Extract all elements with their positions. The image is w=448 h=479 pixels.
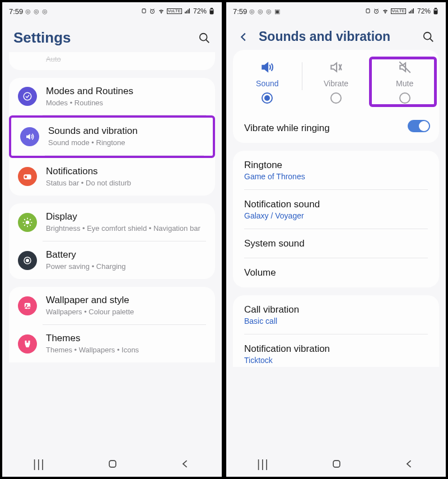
settings-title: Themes [46,333,206,344]
battery-text: 72% [193,7,207,15]
sound-on-icon [260,60,274,75]
alarm-icon [365,8,371,15]
settings-sub: Power saving • Charging [46,262,206,272]
svg-rect-45 [333,461,340,467]
vibrate-while-ringing[interactable]: Vibrate while ringing [233,109,439,143]
settings-row-cut[interactable]: Auto [9,52,215,70]
settings-row-notifications[interactable]: Notifications Status bar • Do not distur… [9,158,215,196]
row-system-sound[interactable]: System sound [233,229,439,258]
svg-rect-4 [185,12,186,13]
signal-icon [184,8,192,15]
row-ringtone[interactable]: Ringtone Game of Thrones [233,151,439,190]
radio-vibrate[interactable] [330,92,342,104]
header: Settings [2,20,222,52]
row-title: Notification sound [244,199,428,210]
settings-row-themes[interactable]: Themes Themes • Wallpapers • Icons [9,325,215,363]
settings-title: Battery [46,249,206,261]
svg-point-16 [26,221,30,225]
mode-label: Mute [396,79,413,88]
nav-back[interactable] [180,458,191,469]
svg-rect-31 [366,9,370,13]
svg-line-22 [30,225,31,226]
nav-recent[interactable]: ||| [257,458,269,471]
status-bar: 7:59 ◎ ◎ ◎ VoLTE 72% [2,2,222,20]
radio-sound[interactable] [262,92,273,104]
svg-rect-38 [413,8,414,13]
row-notification-vibration[interactable]: Notification vibration Ticktock [233,334,439,367]
settings-row-display[interactable]: Display Brightness • Eye comfort shield … [9,203,215,241]
nav-back[interactable] [404,458,415,469]
svg-rect-29 [27,341,29,343]
svg-point-28 [26,304,27,306]
page-title: Sounds and vibration [259,29,390,44]
settings-row-sounds[interactable]: Sounds and vibration Sound mode • Ringto… [9,115,215,158]
svg-point-26 [26,259,29,262]
svg-rect-40 [435,8,437,10]
nav-home[interactable] [331,458,342,469]
svg-line-43 [430,38,433,41]
svg-rect-9 [211,8,213,10]
svg-rect-10 [211,11,213,14]
modes-icon [18,87,37,106]
radio-mute[interactable] [399,92,410,104]
svg-line-12 [206,39,209,43]
display-icon [18,213,37,232]
status-left-icons: ◎ ◎ ◎ [25,8,48,15]
settings-group-3: Wallpaper and style Wallpapers • Colour … [9,287,215,362]
svg-rect-35 [409,12,410,13]
svg-rect-7 [189,8,190,13]
vibration-card: Call vibration Basic call Notification v… [233,295,439,367]
sounds-list: Sound Vibrate Mute [226,50,446,451]
svg-rect-30 [109,461,116,467]
vibrate-ringing-toggle[interactable] [408,120,430,132]
status-left-icons: ◎ ◎ ◎ ▣ [249,8,281,15]
settings-sub: Sound mode • Ringtone [48,138,204,148]
row-title: Vibrate while ringing [244,123,428,134]
settings-group-1: Modes and Routines Modes • Routines Soun… [9,78,215,196]
mode-mute[interactable]: Mute [370,60,439,104]
sound-icon [20,127,39,146]
mute-icon [398,60,412,75]
settings-group-partial: Auto [9,52,215,70]
mode-sound[interactable]: Sound [233,60,302,104]
row-title: Volume [244,267,428,278]
nav-recent[interactable]: ||| [33,458,45,471]
wifi-icon [381,8,389,15]
battery-icon [432,7,439,15]
clock-icon [373,8,380,15]
back-icon[interactable] [237,31,250,43]
svg-rect-36 [410,11,411,13]
wifi-icon [157,8,165,15]
settings-title: Modes and Routines [46,86,206,97]
svg-point-42 [424,32,431,39]
nav-bar: ||| [2,451,222,477]
wallpaper-icon [18,296,37,315]
search-icon[interactable] [198,32,211,44]
search-icon[interactable] [422,31,435,43]
settings-sub: Brightness • Eye comfort shield • Naviga… [46,224,206,234]
settings-sub: Wallpapers • Colour palette [46,307,206,317]
settings-group-2: Display Brightness • Eye comfort shield … [9,203,215,279]
row-title: Notification vibration [244,343,428,355]
settings-list: Auto Modes and Routines Modes • Routines… [2,52,222,451]
settings-sub: Themes • Wallpapers • Icons [46,345,206,355]
settings-sub: Auto [46,54,206,64]
mode-vibrate[interactable]: Vibrate [302,60,371,104]
svg-line-23 [24,225,25,226]
row-value: Game of Thrones [244,172,428,181]
nav-home[interactable] [107,458,118,469]
settings-row-wallpaper[interactable]: Wallpaper and style Wallpapers • Colour … [9,287,215,325]
row-call-vibration[interactable]: Call vibration Basic call [233,295,439,334]
settings-sub: Modes • Routines [46,98,206,108]
notification-icon [18,167,37,186]
row-notification-sound[interactable]: Notification sound Galaxy / Voyager [233,190,439,229]
status-time: 7:59 [9,7,23,16]
svg-point-11 [200,33,207,40]
row-value: Ticktock [244,356,428,365]
row-volume[interactable]: Volume [233,258,439,287]
svg-point-15 [25,176,27,179]
svg-rect-6 [188,10,189,13]
settings-row-modes[interactable]: Modes and Routines Modes • Routines [9,78,215,116]
settings-row-battery[interactable]: Battery Power saving • Charging [9,241,215,280]
volte-icon: VoLTE [391,8,406,14]
